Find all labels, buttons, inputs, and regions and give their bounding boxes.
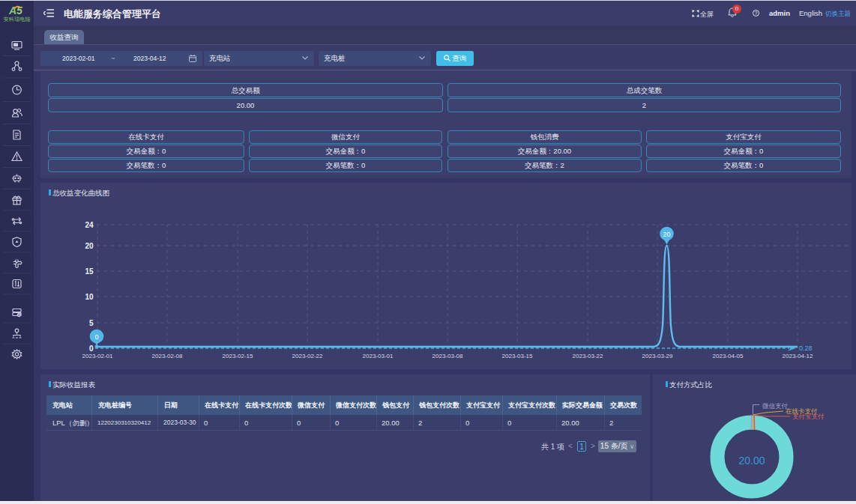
- svg-text:2023-02-01: 2023-02-01: [82, 353, 113, 359]
- svg-text:2023-03-15: 2023-03-15: [502, 353, 533, 359]
- svg-text:24: 24: [85, 221, 94, 229]
- svg-text:5: 5: [89, 319, 94, 327]
- svg-text:20: 20: [85, 242, 94, 250]
- svg-text:2023-02-15: 2023-02-15: [223, 353, 253, 359]
- svg-text:0: 0: [89, 344, 94, 353]
- svg-text:支付宝支付: 支付宝支付: [792, 413, 825, 420]
- svg-text:2023-03-29: 2023-03-29: [642, 353, 673, 359]
- svg-text:0: 0: [94, 333, 98, 341]
- svg-text:安科瑞电能: 安科瑞电能: [4, 16, 31, 22]
- svg-text:2023-04-05: 2023-04-05: [713, 353, 744, 359]
- svg-text:10: 10: [85, 293, 94, 301]
- svg-text:15: 15: [85, 267, 94, 276]
- svg-text:20: 20: [663, 231, 670, 238]
- svg-text:2023-03-22: 2023-03-22: [573, 353, 603, 359]
- svg-text:20.00: 20.00: [738, 455, 765, 467]
- svg-text:2023-03-08: 2023-03-08: [432, 353, 463, 359]
- svg-text:2023-02-22: 2023-02-22: [292, 353, 323, 359]
- svg-text:2023-02-08: 2023-02-08: [152, 353, 183, 359]
- svg-text:2023-03-01: 2023-03-01: [363, 353, 394, 359]
- svg-text:微信支付: 微信支付: [762, 402, 789, 410]
- svg-text:2023-04-12: 2023-04-12: [783, 353, 813, 359]
- svg-text:0.28: 0.28: [799, 344, 813, 352]
